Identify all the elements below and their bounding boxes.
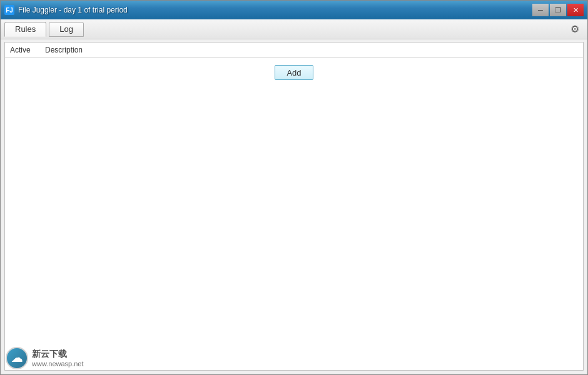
watermark-text: 新云下载 www.newasp.net	[32, 349, 84, 368]
tab-rules[interactable]: Rules	[4, 22, 46, 37]
watermark-cn-text: 新云下载	[32, 349, 84, 360]
toolbar: Rules Log ⚙	[1, 19, 587, 39]
main-content: Active Description Add	[1, 39, 587, 374]
main-window: FJ File Juggler - day 1 of trial period …	[0, 0, 588, 375]
settings-button[interactable]: ⚙	[567, 22, 582, 37]
window-controls: ─ ❐ ✕	[532, 4, 584, 16]
table-header: Active Description	[5, 42, 583, 58]
window-title: File Juggler - day 1 of trial period	[18, 6, 128, 14]
table-body: Add	[5, 58, 583, 370]
column-active-header: Active	[8, 46, 45, 54]
watermark-logo-icon: ☁	[11, 351, 23, 365]
tab-log[interactable]: Log	[49, 22, 84, 37]
gear-icon: ⚙	[570, 23, 579, 35]
title-bar: FJ File Juggler - day 1 of trial period …	[1, 1, 587, 19]
minimize-button[interactable]: ─	[532, 4, 549, 16]
restore-button[interactable]: ❐	[550, 4, 566, 16]
column-description-header: Description	[45, 46, 580, 54]
add-button[interactable]: Add	[275, 65, 313, 80]
app-icon: FJ	[4, 5, 14, 15]
watermark-url: www.newasp.net	[32, 360, 84, 368]
close-button[interactable]: ✕	[567, 4, 584, 16]
rules-panel: Active Description Add	[4, 42, 584, 371]
watermark: ☁ 新云下载 www.newasp.net	[6, 347, 84, 369]
watermark-logo: ☁	[6, 347, 28, 369]
title-bar-left: FJ File Juggler - day 1 of trial period	[4, 5, 128, 15]
